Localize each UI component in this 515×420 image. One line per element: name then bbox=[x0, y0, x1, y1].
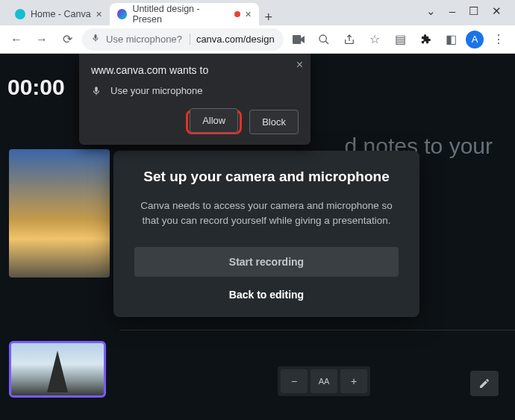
text-size-indicator: AA bbox=[310, 369, 337, 393]
svg-point-0 bbox=[319, 35, 326, 42]
reader-icon[interactable]: ▤ bbox=[390, 29, 411, 50]
permission-hint: Use microphone? bbox=[106, 34, 190, 45]
menu-button[interactable]: ⋮ bbox=[488, 29, 509, 50]
block-button[interactable]: Block bbox=[249, 110, 299, 134]
modal-body: Canva needs to access your camera and mi… bbox=[134, 198, 399, 229]
close-permission-icon[interactable]: × bbox=[296, 58, 303, 72]
tab-untitled-design[interactable]: Untitled design - Presen × bbox=[110, 3, 259, 25]
tab-home-canva[interactable]: Home - Canva × bbox=[7, 3, 110, 25]
filmstrip-thumb[interactable] bbox=[9, 341, 106, 398]
canva-favicon bbox=[117, 9, 128, 19]
maximize-button[interactable]: ☐ bbox=[469, 4, 478, 18]
address-bar[interactable]: Use microphone? canva.com/design/DA… bbox=[82, 28, 284, 51]
increase-text-button[interactable]: + bbox=[340, 369, 367, 393]
reload-button[interactable]: ⟳ bbox=[57, 29, 78, 50]
mic-icon bbox=[91, 34, 100, 45]
canva-app: 00:00 d notes to your sign − AA + Set up… bbox=[0, 54, 515, 420]
tab-label: Home - Canva bbox=[31, 9, 91, 19]
pencil-icon bbox=[478, 377, 490, 389]
new-tab-button[interactable]: + bbox=[259, 10, 278, 25]
bookmark-star-icon[interactable]: ☆ bbox=[364, 29, 385, 50]
close-tab-icon[interactable]: × bbox=[96, 8, 102, 20]
canva-favicon bbox=[15, 9, 25, 19]
decrease-text-button[interactable]: − bbox=[281, 369, 308, 393]
back-button[interactable]: ← bbox=[6, 29, 27, 50]
browser-toolbar: ← → ⟳ Use microphone? canva.com/design/D… bbox=[0, 25, 515, 54]
back-to-editing-link[interactable]: Back to editing bbox=[134, 289, 399, 301]
camera-icon[interactable] bbox=[288, 29, 309, 50]
recording-indicator-icon bbox=[234, 11, 240, 17]
allow-button[interactable]: Allow bbox=[190, 108, 238, 133]
permission-prompt: × www.canva.com wants to Use your microp… bbox=[79, 54, 310, 145]
microphone-icon bbox=[91, 86, 102, 96]
setup-modal: Set up your camera and microphone Canva … bbox=[113, 151, 419, 317]
url-text: canva.com/design/DA… bbox=[196, 34, 275, 45]
sidepanel-icon[interactable]: ◧ bbox=[440, 29, 461, 50]
permission-buttons: Allow Block bbox=[91, 110, 299, 134]
permission-item-label: Use your microphone bbox=[110, 85, 203, 96]
close-tab-icon[interactable]: × bbox=[246, 8, 252, 20]
start-recording-button[interactable]: Start recording bbox=[134, 247, 399, 277]
zoom-icon[interactable] bbox=[313, 29, 334, 50]
window-chevron-icon[interactable]: ⌄ bbox=[426, 4, 436, 18]
tab-label: Untitled design - Presen bbox=[132, 4, 228, 25]
svg-line-1 bbox=[325, 41, 328, 44]
permission-item: Use your microphone bbox=[91, 85, 299, 96]
edit-button[interactable] bbox=[470, 371, 499, 396]
minimize-button[interactable]: – bbox=[449, 4, 455, 18]
profile-avatar[interactable]: A bbox=[466, 31, 484, 48]
close-window-button[interactable]: ✕ bbox=[492, 4, 502, 18]
share-icon[interactable] bbox=[339, 29, 360, 50]
recording-timer: 00:00 bbox=[7, 75, 65, 100]
eiffel-tower-icon bbox=[47, 351, 68, 392]
modal-heading: Set up your camera and microphone bbox=[134, 169, 399, 185]
slide-preview[interactable] bbox=[9, 149, 110, 278]
tab-strip: Home - Canva × Untitled design - Presen … bbox=[0, 0, 278, 25]
browser-titlebar: Home - Canva × Untitled design - Presen … bbox=[0, 0, 515, 25]
forward-button[interactable]: → bbox=[31, 29, 52, 50]
extensions-icon[interactable] bbox=[415, 29, 436, 50]
text-size-controls: − AA + bbox=[278, 366, 370, 396]
timeline-divider bbox=[119, 330, 515, 330]
permission-title: www.canva.com wants to bbox=[91, 64, 299, 76]
window-controls: ⌄ – ☐ ✕ bbox=[426, 0, 515, 18]
allow-highlight: Allow bbox=[186, 110, 242, 134]
